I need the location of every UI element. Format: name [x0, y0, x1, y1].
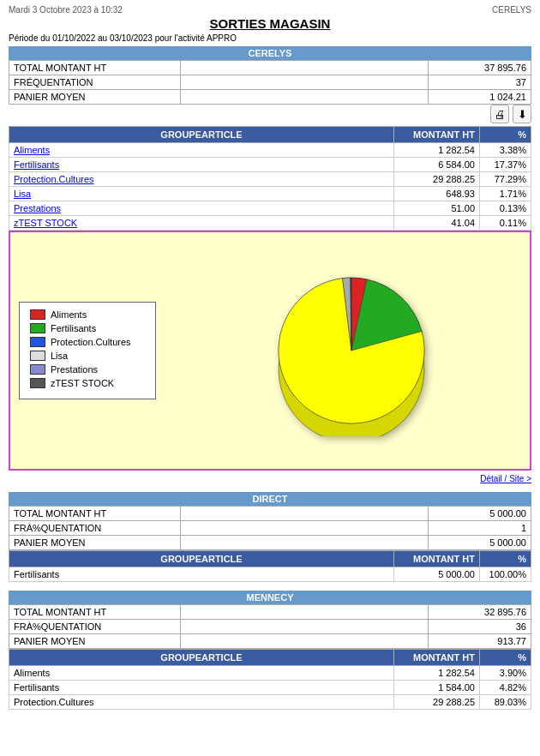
icons-row: 🖨 ⬇: [9, 105, 531, 123]
mennecy-panier-row: PANIER MOYEN 913.77: [9, 634, 531, 649]
mennecy-title: MENNECY: [9, 591, 531, 604]
row-pct: 17.37%: [480, 158, 531, 172]
legend-color: [30, 378, 45, 388]
direct-title: DIRECT: [9, 492, 531, 506]
mennecy-total-ht-row: TOTAL MONTANT HT 32 895.76: [9, 605, 531, 620]
detail-link[interactable]: Détail / Site >: [480, 474, 531, 483]
row-name: Fertilisants: [9, 158, 394, 172]
mennecy-total-ht-empty: [181, 605, 429, 620]
table-row: Fertilisants 1 584.00 4.82%: [9, 681, 531, 695]
legend-item: zTEST STOCK: [30, 378, 145, 388]
row-name: Fertilisants: [9, 567, 394, 582]
row-name: Prestations: [9, 201, 394, 216]
legend-item: Aliments: [30, 309, 145, 320]
row-montant: 1 282.54: [394, 143, 480, 158]
row-name: Aliments: [9, 143, 394, 158]
detail-link-row: Détail / Site >: [9, 474, 531, 483]
direct-col-pct: %: [480, 551, 531, 567]
row-link[interactable]: Protection.Cultures: [14, 174, 94, 184]
direct-freq-row: FRÀ%QUENTATION 1: [9, 521, 531, 536]
mennecy-freq-row: FRÀ%QUENTATION 36: [9, 620, 531, 634]
mennecy-total-ht-value: 32 895.76: [429, 605, 531, 620]
mennecy-panier-empty: [181, 634, 429, 649]
direct-panier-empty: [181, 536, 429, 550]
total-ht-empty: [181, 61, 429, 75]
table-row: Aliments 1 282.54 3.38%: [9, 143, 531, 158]
legend-color: [30, 323, 45, 333]
mennecy-data-table: GROUPEARTICLE MONTANT HT % Aliments 1 28…: [9, 649, 531, 710]
row-pct: 3.90%: [480, 666, 531, 681]
legend-color: [30, 351, 45, 361]
direct-panier-row: PANIER MOYEN 5 000.00: [9, 536, 531, 550]
direct-freq-label: FRÀ%QUENTATION: [9, 521, 181, 536]
legend-label: Aliments: [51, 309, 87, 320]
row-pct: 89.03%: [480, 695, 531, 710]
col-montant-header: MONTANT HT: [394, 127, 480, 143]
table-row: zTEST STOCK 41.04 0.11%: [9, 216, 531, 231]
freq-label: FRÉQUENTATION: [9, 75, 181, 90]
mennecy-panier-value: 913.77: [429, 634, 531, 649]
col-groupe-header: GROUPEARTICLE: [9, 127, 394, 143]
page-title: SORTIES MAGASIN: [9, 16, 531, 31]
row-name: Lisa: [9, 187, 394, 201]
row-montant: 5 000.00: [394, 567, 480, 582]
row-name: Protection.Cultures: [9, 172, 394, 187]
cerelys-title: CERELYS: [9, 46, 531, 60]
row-pct: 100.00%: [480, 567, 531, 582]
print-icon[interactable]: 🖨: [490, 105, 509, 123]
panier-empty: [181, 90, 429, 105]
top-bar: Mardi 3 Octobre 2023 à 10:32 CERELYS: [9, 5, 531, 15]
row-link[interactable]: Fertilisants: [14, 159, 59, 170]
legend-label: zTEST STOCK: [51, 378, 114, 388]
row-name: zTEST STOCK: [9, 216, 394, 231]
date-label: Mardi 3 Octobre 2023 à 10:32: [9, 5, 123, 15]
legend-item: Fertilisants: [30, 323, 145, 333]
freq-value: 37: [429, 75, 531, 90]
legend-color: [30, 337, 45, 347]
direct-section: DIRECT TOTAL MONTANT HT 5 000.00 FRÀ%QUE…: [9, 492, 531, 582]
row-link[interactable]: zTEST STOCK: [14, 218, 77, 228]
legend-item: Lisa: [30, 351, 145, 361]
row-montant: 6 584.00: [394, 158, 480, 172]
direct-col-montant: MONTANT HT: [394, 551, 480, 567]
panier-row: PANIER MOYEN 1 024.21: [9, 90, 531, 105]
table-row: Protection.Cultures 29 288.25 77.29%: [9, 172, 531, 187]
col-pct-header: %: [480, 127, 531, 143]
direct-total-ht-row: TOTAL MONTANT HT 5 000.00: [9, 507, 531, 521]
row-montant: 648.93: [394, 187, 480, 201]
row-montant: 29 288.25: [394, 172, 480, 187]
direct-freq-empty: [181, 521, 429, 536]
cerelys-section: CERELYS TOTAL MONTANT HT 37 895.76 FRÉQU…: [9, 46, 531, 483]
row-link[interactable]: Prestations: [14, 203, 61, 213]
total-ht-value: 37 895.76: [429, 61, 531, 75]
legend-label: Lisa: [51, 351, 68, 361]
chart-area: AlimentsFertilisantsProtection.CulturesL…: [9, 231, 531, 471]
freq-row: FRÉQUENTATION 37: [9, 75, 531, 90]
row-montant: 29 288.25: [394, 695, 480, 710]
direct-total-ht-empty: [181, 507, 429, 521]
direct-summary-table: TOTAL MONTANT HT 5 000.00 FRÀ%QUENTATION…: [9, 506, 531, 550]
company-label: CERELYS: [492, 5, 531, 15]
panier-label: PANIER MOYEN: [9, 90, 181, 105]
cerelys-data-table: GROUPEARTICLE MONTANT HT % Aliments 1 28…: [9, 126, 531, 231]
table-row: Fertilisants 5 000.00 100.00%: [9, 567, 531, 582]
cerelys-summary-table: TOTAL MONTANT HT 37 895.76 FRÉQUENTATION…: [9, 60, 531, 105]
mennecy-total-ht-label: TOTAL MONTANT HT: [9, 605, 181, 620]
row-montant: 1 584.00: [394, 681, 480, 695]
row-name: Aliments: [9, 666, 394, 681]
mennecy-col-pct: %: [480, 650, 531, 666]
legend-item: Protection.Cultures: [30, 337, 145, 347]
table-row: Lisa 648.93 1.71%: [9, 187, 531, 201]
table-row: Fertilisants 6 584.00 17.37%: [9, 158, 531, 172]
mennecy-table-header: GROUPEARTICLE MONTANT HT %: [9, 650, 531, 666]
mennecy-summary-table: TOTAL MONTANT HT 32 895.76 FRÀ%QUENTATIO…: [9, 604, 531, 649]
row-pct: 0.13%: [480, 201, 531, 216]
table-row: Prestations 51.00 0.13%: [9, 201, 531, 216]
direct-data-table: GROUPEARTICLE MONTANT HT % Fertilisants …: [9, 550, 531, 582]
download-icon[interactable]: ⬇: [513, 105, 531, 123]
mennecy-col-groupe: GROUPEARTICLE: [9, 650, 394, 666]
direct-panier-label: PANIER MOYEN: [9, 536, 181, 550]
row-link[interactable]: Lisa: [14, 189, 31, 199]
row-link[interactable]: Aliments: [14, 145, 50, 155]
direct-freq-value: 1: [429, 521, 531, 536]
